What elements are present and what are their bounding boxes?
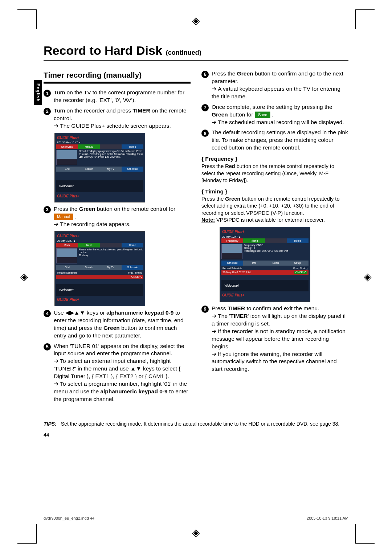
- crop-mark: [355, 524, 356, 544]
- tips-text: Set the appropriate recording mode. It d…: [61, 421, 339, 427]
- step-text: Press the Green button to confirm and go…: [212, 70, 348, 101]
- crop-mark: [17, 543, 37, 544]
- step-text: Use ◀▶▲▼ keys or alphanumeric keypad 0-9…: [54, 309, 191, 340]
- frequency-block: { Frequency } Press the Red button on th…: [201, 155, 348, 184]
- step-number-icon: 9: [201, 306, 209, 313]
- crop-mark: [36, 524, 37, 544]
- step-7: 7 Once complete, store the setting by pr…: [201, 103, 348, 126]
- result-arrow-icon: ➔: [212, 351, 218, 357]
- registration-icon: ◈: [192, 527, 200, 538]
- step-text: Turn on the recorder and press TIMER on …: [54, 107, 191, 130]
- registration-icon: ◈: [192, 15, 200, 26]
- step-number-icon: 4: [44, 310, 51, 317]
- page-title: Record to Hard Disk: [44, 44, 162, 58]
- step-1: 1 Turn on the TV to the correct programm…: [44, 89, 191, 104]
- thumbnail: [56, 150, 77, 165]
- result-arrow-icon: ➔: [54, 221, 60, 227]
- tips-label: TIPS:: [44, 421, 57, 427]
- step-6: 6 Press the Green button to confirm and …: [201, 70, 348, 101]
- step-text: Once complete, store the setting by pres…: [212, 103, 348, 126]
- guide-logo: GUIDE Plus+: [55, 135, 145, 141]
- step-number-icon: 2: [44, 108, 51, 115]
- footer-filename: dvdr9000h_eu_eng2.indd 44: [44, 516, 94, 520]
- result-arrow-icon: ➔: [212, 86, 218, 92]
- crop-mark: [36, 9, 37, 29]
- result-arrow-icon: ➔: [212, 328, 218, 334]
- result-arrow-icon: ➔: [54, 381, 60, 387]
- registration-icon: ◈: [20, 271, 28, 283]
- step-number-icon: 6: [201, 71, 209, 78]
- footer-timestamp: 2005-10-13 9:18:11 AM: [307, 516, 348, 520]
- crop-mark: [355, 9, 356, 29]
- step-2: 2 Turn on the recorder and press TIMER o…: [44, 107, 191, 130]
- result-arrow-icon: ➔: [212, 313, 218, 319]
- title-rule: [44, 60, 348, 61]
- guide-screenshot-2: GUIDE Plus+ 20-May 10:47 ▲ Back Next Hom…: [54, 231, 145, 306]
- result-arrow-icon: ➔: [212, 119, 218, 125]
- crop-mark: [355, 9, 375, 10]
- heading-rule: [44, 82, 191, 83]
- step-5: 5 When 'TUNER 01' appears on the display…: [44, 343, 191, 403]
- step-number-icon: 5: [44, 343, 51, 351]
- step-number-icon: 7: [201, 104, 209, 111]
- step-text: Press the Green button on the remote con…: [54, 205, 191, 228]
- step-text: The default recording settings are displ…: [212, 129, 348, 152]
- guide-screenshot-3: GUIDE Plus+ 20-May 10:47 ▲ Frequency Tim…: [220, 227, 310, 302]
- step-3: 3 Press the Green button on the remote c…: [44, 205, 191, 228]
- step-9: 9 Press TIMER to confirm and exit the me…: [201, 305, 348, 373]
- step-8: 8 The default recording settings are dis…: [201, 129, 348, 152]
- heading-rule: [44, 83, 191, 84]
- guide-screenshot-1: GUIDE Plus+ P01 20-May 10:47 ▲ ShowView …: [54, 133, 145, 202]
- step-text: When 'TUNER 01' appears on the display, …: [54, 343, 191, 403]
- registration-icon: ◈: [364, 271, 372, 283]
- page-number: 44: [44, 432, 348, 438]
- step-number-icon: 1: [44, 90, 51, 97]
- section-heading: Timer recording (manually): [44, 70, 191, 80]
- crop-mark: [17, 9, 37, 10]
- crop-mark: [355, 543, 375, 544]
- step-number-icon: 3: [44, 206, 51, 213]
- manual-pill: Manual: [54, 213, 73, 220]
- step-number-icon: 8: [201, 130, 209, 137]
- save-pill: Save: [255, 111, 270, 118]
- step-4: 4 Use ◀▶▲▼ keys or alphanumeric keypad 0…: [44, 309, 191, 340]
- step-text: Press TIMER to confirm and exit the menu…: [212, 305, 348, 373]
- step-text: Turn on the TV to the correct programme …: [54, 89, 191, 104]
- tips-block: TIPS: Set the appropriate recording mode…: [44, 417, 348, 427]
- timing-block: { Timing } Press the Green button on the…: [201, 188, 348, 224]
- result-arrow-icon: ➔: [54, 358, 60, 364]
- result-arrow-icon: ➔: [54, 123, 60, 129]
- continued-label: (continued): [166, 49, 201, 57]
- language-tab: English: [34, 80, 42, 105]
